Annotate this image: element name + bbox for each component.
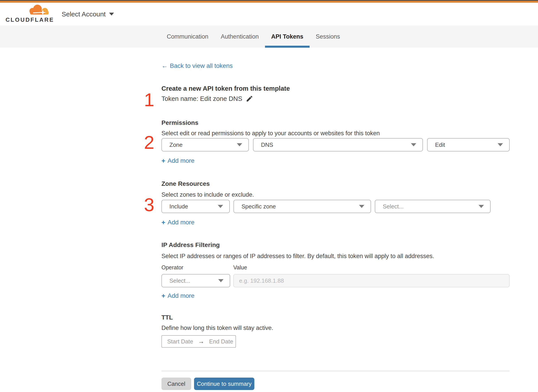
cancel-button[interactable]: Cancel [161, 378, 191, 390]
zone-type-dropdown[interactable]: Specific zone [234, 200, 371, 213]
zone-resources-heading: Zone Resources [161, 180, 210, 187]
plus-icon: + [161, 219, 165, 226]
active-tab-underline [265, 46, 310, 48]
permissions-description: Select edit or read permissions to apply… [161, 130, 380, 137]
token-name-text: Token name: Edit zone DNS [161, 95, 242, 103]
continue-to-summary-button[interactable]: Continue to summary [194, 378, 254, 390]
tab-authentication[interactable]: Authentication [215, 25, 265, 48]
zone-mode-dropdown[interactable]: Include [161, 200, 230, 213]
footer-divider [161, 371, 510, 371]
permissions-row: Zone DNS Edit [161, 138, 510, 151]
tab-group: Communication Authentication API Tokens … [161, 25, 346, 48]
zone-resources-description: Select zones to include or exclude. [161, 191, 254, 198]
chevron-down-icon [498, 143, 503, 146]
end-date-placeholder: End Date [209, 338, 233, 345]
ttl-description: Define how long this token will stay act… [161, 325, 273, 331]
back-link-label: Back to view all tokens [170, 62, 233, 69]
ip-filtering-add-more-link[interactable]: + Add more [161, 292, 195, 299]
ip-value-input[interactable] [233, 274, 510, 287]
edit-pencil-icon[interactable] [246, 95, 253, 103]
ip-operator-dropdown[interactable]: Select... [161, 274, 230, 287]
ip-filtering-description: Select IP addresses or ranges of IP addr… [161, 253, 434, 260]
back-arrow-icon: ← [161, 62, 168, 69]
ip-filtering-row: Select... [161, 274, 510, 287]
chevron-down-icon [218, 205, 223, 208]
cloudflare-cloud-icon [25, 5, 50, 16]
account-selector[interactable]: Select Account [62, 3, 114, 25]
permission-scope-dropdown[interactable]: Zone [161, 138, 249, 151]
tab-api-tokens[interactable]: API Tokens [265, 25, 310, 48]
app-header: CLOUDFLARE Select Account [0, 3, 538, 26]
back-to-tokens-link[interactable]: ← Back to view all tokens [161, 62, 233, 69]
footer-actions: Cancel Continue to summary [161, 378, 254, 390]
chevron-down-icon [411, 143, 416, 146]
plus-icon: + [161, 157, 165, 164]
cloudflare-wordmark: CLOUDFLARE [5, 16, 54, 23]
token-name-row: Token name: Edit zone DNS [161, 95, 253, 103]
plus-icon: + [161, 292, 165, 299]
operator-label: Operator [161, 264, 183, 271]
zone-resources-row: Include Specific zone Select... [161, 200, 491, 213]
account-selector-label: Select Account [62, 10, 106, 18]
permissions-add-more-link[interactable]: + Add more [161, 157, 195, 164]
chevron-down-icon [109, 13, 114, 15]
permissions-heading: Permissions [161, 119, 198, 126]
brand-orange-bar [0, 1, 538, 3]
ttl-heading: TTL [161, 314, 173, 321]
profile-tab-bar: Communication Authentication API Tokens … [0, 25, 538, 48]
zone-select-dropdown[interactable]: Select... [375, 200, 491, 213]
annotation-step-3: 3 [133, 195, 154, 214]
tab-communication[interactable]: Communication [161, 25, 215, 48]
permission-access-dropdown[interactable]: Edit [427, 138, 510, 151]
zone-resources-add-more-link[interactable]: + Add more [161, 219, 195, 226]
annotation-step-1: 1 [133, 90, 154, 109]
arrow-right-icon: → [198, 338, 204, 345]
chevron-down-icon [479, 205, 484, 208]
cloudflare-logo: CLOUDFLARE [5, 5, 49, 23]
chevron-down-icon [237, 143, 242, 146]
cloudflare-api-token-page: CLOUDFLARE Select Account Communication … [0, 0, 538, 392]
page-title: Create a new API token from this templat… [161, 85, 290, 92]
tab-sessions[interactable]: Sessions [310, 25, 346, 48]
chevron-down-icon [359, 205, 364, 208]
ttl-date-range-picker[interactable]: Start Date → End Date [161, 335, 236, 348]
start-date-placeholder: Start Date [167, 338, 193, 345]
permission-resource-dropdown[interactable]: DNS [253, 138, 423, 151]
chevron-down-icon [218, 279, 224, 282]
value-label: Value [233, 264, 247, 271]
annotation-step-2: 2 [133, 133, 154, 152]
ip-filtering-heading: IP Address Filtering [161, 242, 220, 248]
